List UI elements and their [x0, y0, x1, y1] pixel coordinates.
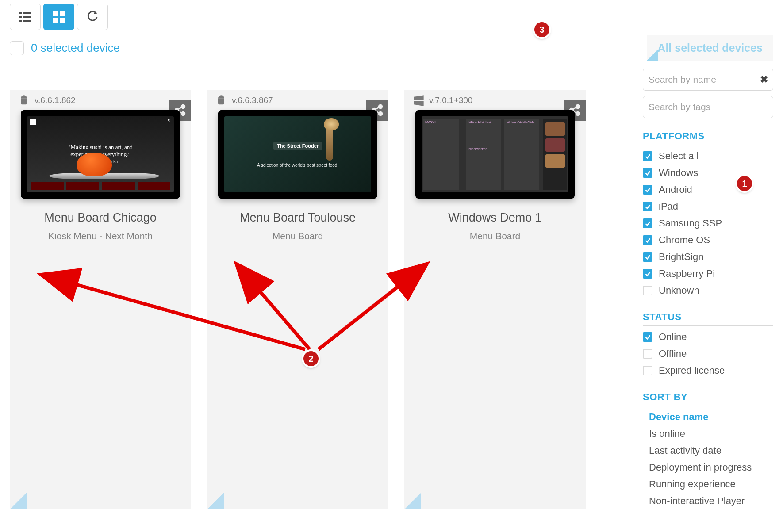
- sort-option[interactable]: Device name: [643, 409, 773, 425]
- clear-search-icon[interactable]: ✖: [760, 74, 768, 85]
- svg-rect-1: [23, 12, 31, 14]
- platform-row[interactable]: Android: [643, 181, 773, 198]
- platform-label: Select all: [659, 150, 698, 162]
- svg-rect-7: [60, 11, 65, 16]
- platforms-heading: PLATFORMS: [643, 130, 773, 145]
- checkbox[interactable]: [643, 185, 652, 195]
- svg-rect-5: [23, 20, 31, 22]
- device-cards: v.6.6.1.862 × "Making sushi is an art, a…: [10, 69, 621, 509]
- platform-label: Chrome OS: [659, 234, 710, 246]
- device-subtitle: Menu Board: [404, 231, 586, 241]
- svg-rect-4: [19, 20, 22, 22]
- platform-label: Windows: [659, 167, 698, 179]
- search-name-input[interactable]: [643, 69, 773, 91]
- search-tags-input[interactable]: [643, 96, 773, 118]
- checkbox[interactable]: [643, 235, 652, 245]
- checkbox[interactable]: [643, 168, 652, 178]
- platform-label: BrightSign: [659, 251, 704, 263]
- svg-line-20: [376, 107, 380, 110]
- status-row[interactable]: Offline: [643, 345, 773, 362]
- windows-icon: [412, 94, 425, 107]
- svg-rect-6: [53, 11, 58, 16]
- list-view-button[interactable]: [10, 4, 41, 30]
- device-thumbnail: The Street Fooder A selection of the wor…: [218, 110, 377, 199]
- platform-row[interactable]: iPad: [643, 198, 773, 215]
- all-selected-label: All selected devices: [657, 42, 763, 54]
- status-label: Offline: [659, 348, 687, 360]
- svg-line-27: [573, 107, 577, 110]
- checkbox[interactable]: [643, 151, 652, 161]
- svg-rect-2: [19, 16, 22, 18]
- checkbox[interactable]: [643, 269, 652, 279]
- svg-rect-0: [19, 12, 22, 14]
- select-all-checkbox[interactable]: [10, 41, 24, 55]
- platform-label: Raspberry Pi: [659, 268, 715, 279]
- platform-row[interactable]: Samsung SSP: [643, 215, 773, 232]
- grid-view-button[interactable]: [43, 4, 74, 30]
- platform-label: Samsung SSP: [659, 218, 722, 229]
- checkbox[interactable]: [643, 366, 652, 375]
- sort-option[interactable]: Last activity date: [643, 442, 773, 459]
- platform-row[interactable]: Select all: [643, 148, 773, 165]
- status-label: Expired license: [659, 365, 725, 376]
- status-row[interactable]: Online: [643, 329, 773, 345]
- svg-rect-8: [53, 18, 58, 23]
- refresh-icon: [87, 11, 98, 23]
- device-card[interactable]: v.6.6.3.867 The Street Fooder A selectio…: [207, 90, 388, 509]
- platform-label: iPad: [659, 201, 678, 212]
- device-subtitle: Kiosk Menu - Next Month: [10, 231, 191, 241]
- device-card[interactable]: v.7.0.1+300 LUNCH SIDE DISHES SPECIAL DE…: [404, 90, 586, 509]
- svg-rect-3: [23, 16, 31, 18]
- platform-label: Unknown: [659, 285, 699, 296]
- all-selected-devices-button[interactable]: All selected devices: [647, 35, 773, 61]
- checkbox[interactable]: [643, 332, 652, 342]
- device-title: Windows Demo 1: [404, 211, 586, 225]
- checkbox[interactable]: [643, 218, 652, 228]
- grid-icon: [53, 11, 65, 23]
- view-toolbar: [10, 4, 773, 30]
- device-card[interactable]: v.6.6.1.862 × "Making sushi is an art, a…: [10, 90, 191, 509]
- platform-row[interactable]: Unknown: [643, 282, 773, 299]
- device-version: v.6.6.1.862: [35, 96, 76, 105]
- device-subtitle: Menu Board: [207, 231, 388, 241]
- sort-option[interactable]: Is online: [643, 425, 773, 442]
- platform-row[interactable]: Windows: [643, 165, 773, 181]
- device-thumbnail: × "Making sushi is an art, and experienc…: [21, 110, 180, 199]
- device-version: v.7.0.1+300: [429, 96, 472, 105]
- checkbox[interactable]: [643, 286, 652, 295]
- platform-row[interactable]: BrightSign: [643, 249, 773, 265]
- sort-option[interactable]: Running experience: [643, 476, 773, 493]
- android-icon: [18, 94, 30, 107]
- sortby-heading: SORT BY: [643, 391, 773, 406]
- svg-line-13: [178, 107, 182, 110]
- platform-row[interactable]: Chrome OS: [643, 232, 773, 249]
- android-icon: [215, 94, 227, 107]
- selected-count-label: 0 selected device: [31, 41, 120, 55]
- svg-rect-9: [60, 18, 65, 23]
- device-thumbnail: LUNCH SIDE DISHES SPECIAL DEALS DESSERTS: [415, 110, 575, 199]
- sort-option[interactable]: Non-interactive Player: [643, 493, 773, 509]
- refresh-button[interactable]: [77, 4, 108, 30]
- status-label: Online: [659, 331, 687, 343]
- checkbox[interactable]: [643, 252, 652, 262]
- checkbox[interactable]: [643, 349, 652, 359]
- sort-option[interactable]: Deployment in progress: [643, 459, 773, 476]
- device-title: Menu Board Chicago: [10, 211, 191, 225]
- device-version: v.6.6.3.867: [232, 96, 273, 105]
- status-heading: STATUS: [643, 311, 773, 326]
- platform-label: Android: [659, 184, 692, 195]
- checkbox[interactable]: [643, 202, 652, 211]
- status-row[interactable]: Expired license: [643, 362, 773, 379]
- platform-row[interactable]: Raspberry Pi: [643, 265, 773, 282]
- filters-sidebar: ✖ PLATFORMS Select allWindowsAndroidiPad…: [643, 69, 773, 509]
- list-icon: [19, 12, 31, 22]
- device-title: Menu Board Toulouse: [207, 211, 388, 225]
